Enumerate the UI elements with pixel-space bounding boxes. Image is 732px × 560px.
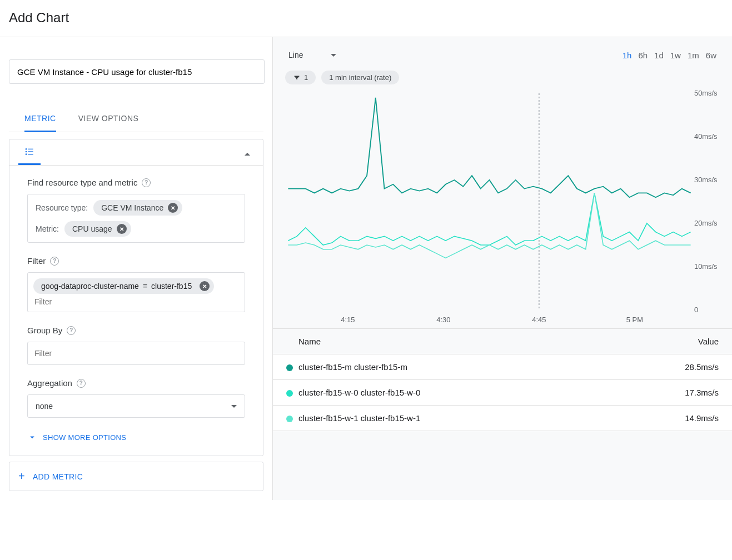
svg-text:0: 0 [694,306,698,313]
aggregation-select[interactable]: none [27,394,245,418]
add-metric-button[interactable]: + ADD METRIC [9,462,263,491]
metric-card: Find resource type and metric ? Resource… [9,139,263,456]
range-6w[interactable]: 6w [706,51,716,60]
legend-row[interactable]: cluster-fb15-w-1 cluster-fb15-w-114.9ms/… [273,406,732,431]
tabs: METRIC VIEW OPTIONS [9,106,263,132]
interval-pill[interactable]: 1 min interval (rate) [321,71,399,84]
filter-input[interactable] [33,294,239,306]
svg-point-0 [26,148,27,150]
aggregation-heading: Aggregation ? [27,378,245,388]
groupby-input[interactable] [33,344,239,362]
finder-heading: Find resource type and metric ? [27,178,245,187]
time-range-picker: 1h6h1d1w1m6w [623,51,716,60]
svg-text:4:30: 4:30 [436,316,450,323]
svg-text:50ms/s: 50ms/s [694,89,717,97]
svg-point-2 [26,151,27,153]
help-icon[interactable]: ? [77,379,86,388]
left-panel: METRIC VIEW OPTIONS Find resource type a… [0,37,272,500]
chart-type-select[interactable]: Line [288,47,336,63]
legend-row[interactable]: cluster-fb15-m cluster-fb15-m28.5ms/s [273,354,732,380]
plus-icon: + [18,470,25,483]
legend-row[interactable]: cluster-fb15-w-0 cluster-fb15-w-017.3ms/… [273,380,732,406]
resource-type-chip[interactable]: GCE VM Instance [93,200,182,216]
svg-text:30ms/s: 30ms/s [694,176,717,183]
range-1w[interactable]: 1w [670,51,681,60]
help-icon[interactable]: ? [142,178,151,187]
svg-text:40ms/s: 40ms/s [694,133,717,140]
svg-text:4:15: 4:15 [341,316,355,323]
help-icon[interactable]: ? [50,257,59,266]
legend-value-col: Value [606,329,732,354]
metric-finder: Resource type: GCE VM Instance Metric: C… [27,194,245,243]
close-icon[interactable] [200,281,210,291]
svg-point-4 [26,153,27,155]
svg-rect-1 [28,149,33,149]
filter-chip[interactable]: goog-dataproc-cluster-name = cluster-fb1… [33,278,214,294]
chart-title-input[interactable] [9,59,265,84]
range-1h[interactable]: 1h [623,51,632,60]
show-more-options-button[interactable]: SHOW MORE OPTIONS [27,432,245,442]
range-1m[interactable]: 1m [688,51,699,60]
page-title: Add Chart [0,0,732,37]
tab-metric[interactable]: METRIC [24,106,56,132]
filter-count-pill[interactable]: 1 [285,71,316,84]
legend-name-col: Name [273,329,606,354]
list-icon[interactable] [18,144,41,165]
svg-text:10ms/s: 10ms/s [694,263,717,270]
svg-text:20ms/s: 20ms/s [694,219,717,227]
chart-panel: Line 1h6h1d1w1m6w 1 1 min interval (rate… [272,37,732,500]
chart-area[interactable]: 50ms/s40ms/s30ms/s20ms/s10ms/s04:154:304… [273,88,732,328]
metric-chip[interactable]: CPU usage [64,221,131,237]
help-icon[interactable]: ? [67,326,76,335]
chevron-up-icon[interactable] [241,148,254,161]
svg-text:4:45: 4:45 [532,316,546,323]
close-icon[interactable] [117,224,127,234]
svg-rect-5 [28,154,33,154]
chevron-down-icon [231,405,237,408]
close-icon[interactable] [168,203,178,213]
resource-type-label: Resource type: [36,203,88,212]
filter-box: goog-dataproc-cluster-name = cluster-fb1… [27,272,245,312]
filter-heading: Filter ? [27,256,245,266]
metric-label: Metric: [36,224,59,233]
legend-table: Name Value cluster-fb15-m cluster-fb15-m… [273,328,732,431]
svg-text:5 PM: 5 PM [626,316,643,323]
tab-view-options[interactable]: VIEW OPTIONS [78,106,139,132]
chevron-down-icon [331,54,336,57]
range-6h[interactable]: 6h [638,51,648,60]
range-1d[interactable]: 1d [654,51,664,60]
svg-rect-3 [28,151,33,152]
groupby-heading: Group By ? [27,326,245,335]
